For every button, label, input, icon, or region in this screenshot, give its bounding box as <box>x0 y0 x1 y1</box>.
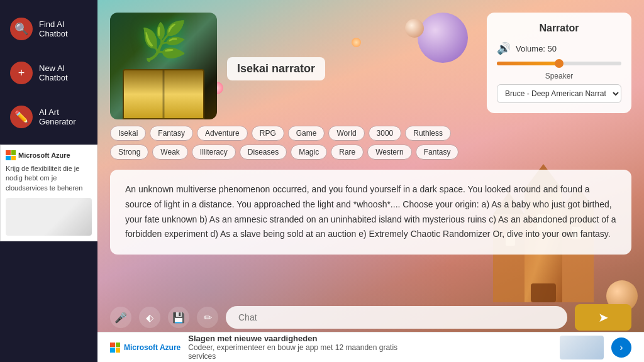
bottom-toolbar: 🎤 ⬖ 💾 ✏ ➤ <box>110 304 631 331</box>
tag-western[interactable]: Western <box>367 145 411 160</box>
send-icon: ➤ <box>598 310 609 325</box>
ms-logo-banner <box>110 343 120 353</box>
find-chatbot-label: Find AI Chatbot <box>39 19 87 38</box>
volume-thumb <box>555 59 564 68</box>
ad-banner-image <box>560 336 604 359</box>
volume-fill <box>497 62 559 65</box>
tag-fantasy[interactable]: Fantasy <box>150 126 193 141</box>
sidebar: 🔍 Find AI Chatbot + New AI Chatbot ✏️ AI… <box>0 0 97 362</box>
ad-banner-title: Slagen met nieuwe vaardigheden <box>188 334 402 343</box>
tag-isekai[interactable]: Isekai <box>110 126 146 141</box>
message-text: An unknown multiverse phenomenon occurre… <box>125 182 616 242</box>
ad-text: Krijg de flexibiliteit die je nodig hebt… <box>6 164 92 193</box>
chat-input-wrapper <box>226 306 567 329</box>
chat-input[interactable] <box>238 312 555 322</box>
edit-button[interactable]: ✏ <box>197 307 218 328</box>
book-visual <box>123 69 204 119</box>
art-generator-icon[interactable]: ✏️ <box>10 106 33 128</box>
ad-banner-arrow-button[interactable]: › <box>611 337 631 358</box>
svg-rect-9 <box>531 283 556 302</box>
ad-banner-logo: Microsoft Azure <box>110 343 180 353</box>
send-button[interactable]: ➤ <box>575 304 631 331</box>
bot-header: 🌿 Isekai narrator <box>110 13 325 119</box>
ad-image <box>6 198 92 236</box>
speaker-label: Speaker <box>497 72 621 80</box>
tag-diseases[interactable]: Diseases <box>240 145 287 160</box>
tag-ruthless[interactable]: Ruthless <box>405 126 451 141</box>
tag-rpg[interactable]: RPG <box>252 126 284 141</box>
tag-world[interactable]: World <box>328 126 364 141</box>
bot-title-area: Isekai narrator <box>227 52 325 80</box>
ad-banner-subtitle: Codeer, experimenteer en bouw je app met… <box>188 343 402 361</box>
bottom-ad-banner: Microsoft Azure Slagen met nieuwe vaardi… <box>97 332 644 362</box>
tag-fantasy2[interactable]: Fantasy <box>416 145 459 160</box>
narrator-title: Narrator <box>497 23 621 34</box>
tag-strong[interactable]: Strong <box>110 145 148 160</box>
sidebar-item-new-chatbot[interactable]: + New AI Chatbot <box>0 57 97 89</box>
volume-slider[interactable] <box>497 62 621 65</box>
volume-icon: 🔊 <box>497 41 511 55</box>
sidebar-item-art-generator[interactable]: ✏️ AI Art Generator <box>0 101 97 133</box>
orb-decoration-2 <box>352 38 361 47</box>
speaker-select[interactable]: Bruce - Deep American NarratorAlice - Fe… <box>497 84 621 103</box>
tag-weak[interactable]: Weak <box>152 145 187 160</box>
sidebar-item-find-chatbot[interactable]: 🔍 Find AI Chatbot <box>0 13 97 45</box>
volume-label: Volume: 50 <box>516 44 557 53</box>
ms-logo <box>6 150 16 160</box>
tag-adventure[interactable]: Adventure <box>197 126 248 141</box>
microphone-button[interactable]: 🎤 <box>110 307 131 328</box>
save-button[interactable]: 💾 <box>168 307 189 328</box>
ad-banner-brand: Microsoft Azure <box>124 343 180 352</box>
share-button[interactable]: ⬖ <box>139 307 160 328</box>
tag-illiteracy[interactable]: Illiteracy <box>192 145 236 160</box>
narrator-card: Narrator 🔊 Volume: 50 Speaker Bruce - De… <box>487 13 631 113</box>
main-content: Narrator 🔊 Volume: 50 Speaker Bruce - De… <box>97 0 644 362</box>
tag-game[interactable]: Game <box>288 126 325 141</box>
book-spine <box>163 70 165 118</box>
sidebar-ad: Microsoft Azure Krijg de flexibiliteit d… <box>0 145 97 241</box>
find-chatbot-icon[interactable]: 🔍 <box>10 18 33 40</box>
tags-section: Isekai Fantasy Adventure RPG Game World … <box>110 126 480 160</box>
bot-avatar: 🌿 <box>110 13 217 119</box>
new-chatbot-icon[interactable]: + <box>10 62 33 84</box>
message-bubble: An unknown multiverse phenomenon occurre… <box>110 170 631 255</box>
ad-logo-row: Microsoft Azure <box>6 150 92 160</box>
tag-3000[interactable]: 3000 <box>369 126 402 141</box>
planet-decoration-3 <box>405 19 424 38</box>
tree-icon: 🌿 <box>140 19 187 63</box>
new-chatbot-label: New AI Chatbot <box>39 63 87 82</box>
ad-brand: Microsoft Azure <box>18 151 70 159</box>
tag-rare[interactable]: Rare <box>331 145 364 160</box>
tag-magic[interactable]: Magic <box>291 145 327 160</box>
art-generator-label: AI Art Generator <box>39 107 87 126</box>
ad-arrow-icon: › <box>619 342 623 353</box>
volume-row: 🔊 Volume: 50 <box>497 41 621 55</box>
planet-decoration-1 <box>418 13 468 63</box>
bot-title: Isekai narrator <box>227 57 325 80</box>
